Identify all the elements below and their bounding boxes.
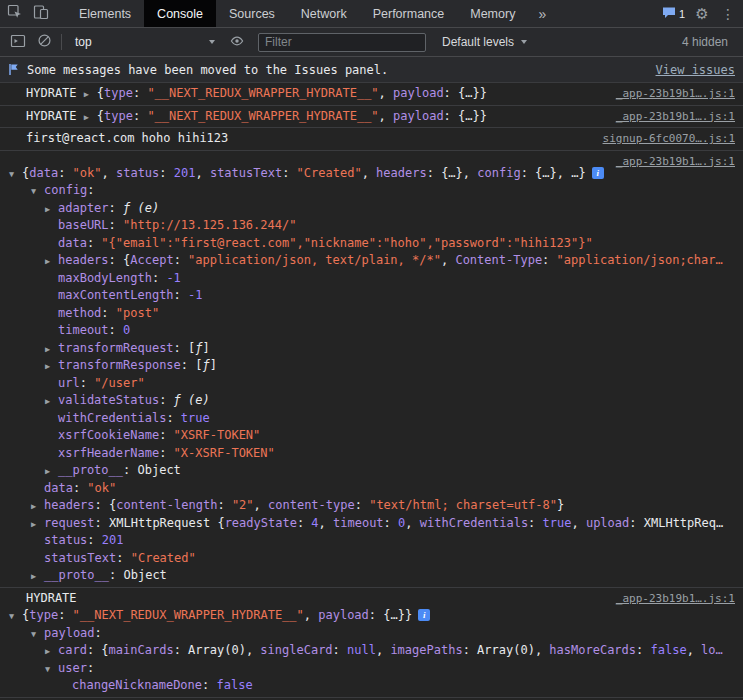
token-text: : bbox=[87, 236, 101, 250]
info-icon[interactable]: i bbox=[592, 167, 604, 179]
token-key: withCredentials bbox=[58, 411, 166, 425]
view-issues-link[interactable]: View issues bbox=[656, 63, 735, 77]
source-link[interactable]: _app-23b19b1….js:1 bbox=[612, 592, 735, 605]
token-text: : bbox=[133, 109, 147, 123]
inspect-cursor-icon bbox=[7, 4, 23, 23]
log-levels-selector[interactable]: Default levels bbox=[434, 35, 535, 49]
inspect-element-button[interactable] bbox=[2, 1, 28, 27]
javascript-context-selector[interactable]: top bbox=[66, 35, 224, 49]
console-row: maxContentLength: -1 bbox=[0, 287, 743, 305]
tab-memory[interactable]: Memory bbox=[457, 0, 528, 27]
token-text: , bbox=[463, 166, 477, 180]
disclosure-triangle-icon[interactable]: ▶ bbox=[45, 463, 58, 480]
token-function: ƒ bbox=[203, 358, 210, 372]
disclosure-triangle-icon[interactable]: ▼ bbox=[9, 166, 22, 183]
token-text: , bbox=[195, 166, 209, 180]
console-sidebar-toggle-button[interactable] bbox=[5, 29, 31, 55]
disclosure-triangle-icon[interactable]: ▶ bbox=[45, 253, 58, 270]
issues-button[interactable]: 1 bbox=[658, 1, 689, 27]
token-string: "ok" bbox=[87, 481, 116, 495]
token-key: timeout bbox=[333, 516, 384, 530]
device-toolbar-button[interactable] bbox=[28, 1, 54, 27]
token-text: , bbox=[535, 643, 549, 657]
token-key: singleCard bbox=[260, 643, 332, 657]
token-string: "__NEXT_REDUX_WRAPPER_HYDRATE__" bbox=[147, 86, 378, 100]
token-key: Content-Type bbox=[455, 253, 542, 267]
disclosure-triangle-icon[interactable]: ▶ bbox=[45, 393, 58, 410]
token-string: "/user" bbox=[94, 376, 145, 390]
disclosure-triangle-icon[interactable]: ▶ bbox=[31, 498, 44, 515]
disclosure-triangle-icon[interactable]: ▼ bbox=[45, 661, 58, 678]
disclosure-triangle-icon[interactable]: ▶ bbox=[45, 643, 58, 660]
console-row: statusText: "Created" bbox=[0, 550, 743, 568]
disclosure-triangle-icon[interactable]: ▶ bbox=[45, 201, 58, 218]
disclosure-triangle-icon[interactable]: ▼ bbox=[31, 183, 44, 200]
console-row: status: 201 bbox=[0, 532, 743, 550]
disclosure-triangle-icon[interactable]: ▶ bbox=[45, 358, 58, 375]
tab-elements[interactable]: Elements bbox=[66, 0, 144, 27]
token-text: Array(0) bbox=[477, 643, 535, 657]
token-text: : bbox=[629, 516, 643, 530]
console-message: _app-23b19b1….js:1▼{data: "ok", status: … bbox=[0, 151, 743, 588]
source-link[interactable]: _app-23b19b1….js:1 bbox=[612, 155, 735, 168]
token-text: [ bbox=[195, 358, 202, 372]
token-text: : bbox=[369, 608, 383, 622]
token-text: , bbox=[304, 608, 318, 622]
token-text: : bbox=[109, 253, 123, 267]
disclosure-triangle-icon[interactable]: ▶ bbox=[84, 86, 97, 103]
token-text: : bbox=[384, 516, 398, 530]
token-text: : bbox=[116, 551, 130, 565]
live-expression-button[interactable] bbox=[224, 29, 250, 55]
disclosure-triangle-icon[interactable]: ▼ bbox=[9, 608, 22, 625]
token-text: first@react.com hoho hihi123 bbox=[26, 131, 228, 145]
token-text: , bbox=[376, 643, 390, 657]
token-string: "2" bbox=[232, 498, 254, 512]
filter-input[interactable] bbox=[258, 33, 426, 52]
console-row: timeout: 0 bbox=[0, 322, 743, 340]
disclosure-triangle-icon[interactable]: ▶ bbox=[84, 109, 97, 126]
tab-sources[interactable]: Sources bbox=[216, 0, 288, 27]
source-link[interactable]: signup-6fc0070….js:1 bbox=[599, 132, 735, 145]
tab-network[interactable]: Network bbox=[288, 0, 360, 27]
token-text: Array(0) bbox=[188, 643, 246, 657]
token-text: : bbox=[109, 218, 123, 232]
token-key: maxContentLength bbox=[58, 288, 174, 302]
token-text: : bbox=[174, 253, 188, 267]
token-text: : bbox=[87, 183, 94, 197]
token-key: payload bbox=[44, 626, 95, 640]
console-row: maxBodyLength: -1 bbox=[0, 270, 743, 288]
token-key: user bbox=[58, 661, 87, 675]
disclosure-triangle-icon[interactable]: ▼ bbox=[31, 626, 44, 643]
tab-console[interactable]: Console bbox=[144, 0, 216, 27]
token-key: withCredentials bbox=[420, 516, 528, 530]
token-text: : bbox=[282, 166, 296, 180]
token-key: __proto__ bbox=[44, 568, 109, 582]
console-messages: _app-23b19b1….js:1HYDRATE ▶{type: "__NEX… bbox=[0, 83, 743, 700]
disclosure-triangle-icon[interactable]: ▶ bbox=[31, 516, 44, 533]
token-key: payload bbox=[393, 86, 444, 100]
token-key: headers bbox=[376, 166, 427, 180]
token-text: : bbox=[109, 201, 123, 215]
disclosure-triangle-icon[interactable]: ▶ bbox=[45, 341, 58, 358]
token-text: HYDRATE bbox=[26, 591, 77, 605]
source-link[interactable]: _app-23b19b1….js:1 bbox=[612, 87, 735, 100]
disclosure-triangle-icon[interactable]: ▶ bbox=[31, 568, 44, 585]
menu-dots-icon[interactable]: ⋮ bbox=[715, 1, 741, 27]
token-key: url bbox=[58, 376, 80, 390]
console-infobar: Some messages have been moved to the Iss… bbox=[0, 57, 743, 83]
token-key: type bbox=[29, 608, 58, 622]
token-key: baseURL bbox=[58, 218, 109, 232]
settings-gear-icon[interactable]: ⚙ bbox=[689, 1, 715, 27]
clear-console-button[interactable] bbox=[31, 29, 57, 55]
token-text: : bbox=[109, 568, 123, 582]
token-string: "__NEXT_REDUX_WRAPPER_HYDRATE__" bbox=[147, 109, 378, 123]
more-panels-button[interactable]: » bbox=[528, 0, 556, 27]
info-icon[interactable]: i bbox=[418, 609, 430, 621]
token-text: : bbox=[444, 86, 458, 100]
source-link[interactable]: _app-23b19b1….js:1 bbox=[612, 110, 735, 123]
console-row: changeNicknameDone: false bbox=[0, 677, 743, 695]
toolbar-separator bbox=[61, 34, 62, 50]
token-text: : bbox=[355, 498, 369, 512]
tab-performance[interactable]: Performance bbox=[360, 0, 458, 27]
token-text: , bbox=[571, 516, 585, 530]
